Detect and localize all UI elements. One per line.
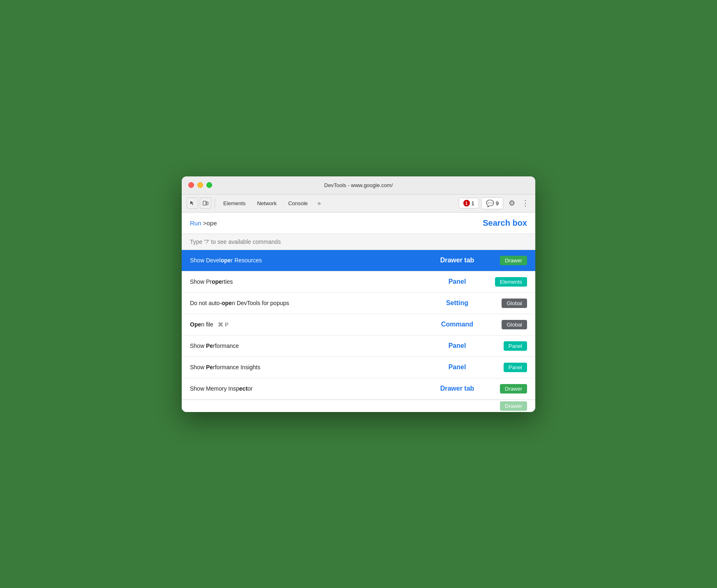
highlight-1: ope (221, 257, 231, 264)
more-dots-icon: ⋮ (522, 199, 529, 208)
row-type-7: Drawer tab (420, 385, 494, 392)
badge-elements-2: Elements (495, 277, 527, 287)
inspect-element-button[interactable] (187, 197, 198, 209)
row-name-6: Show Performance Insights (190, 364, 420, 370)
row-name-3: Do not auto-open DevTools for popups (190, 300, 420, 306)
shortcut-4: ⌘ P (217, 322, 229, 328)
close-button[interactable] (188, 182, 194, 188)
row-name-1: Show Developer Resources (190, 257, 420, 264)
highlight-3: ope (222, 300, 232, 306)
badge-drawer-7: Drawer (500, 384, 527, 394)
highlight-6: Pe (206, 364, 213, 370)
search-box-label: Search box (483, 218, 527, 228)
settings-button[interactable]: ⚙ (506, 197, 518, 209)
row-name-2: Show Properties (190, 278, 420, 285)
row-name-7: Show Memory Inspector (190, 385, 420, 392)
result-row-open-file[interactable]: Open file ⌘ P Command Global (182, 314, 535, 336)
minimize-button[interactable] (197, 182, 203, 188)
query-text: ope (206, 220, 217, 227)
row-type-2: Panel (420, 278, 494, 285)
command-query: Run >ope (190, 220, 217, 227)
svg-rect-1 (206, 202, 208, 205)
row-type-4: Command (420, 321, 494, 328)
row-type-5: Panel (420, 342, 494, 350)
svg-rect-0 (203, 201, 206, 205)
row-badge-2: Elements (494, 277, 527, 287)
row-name-5: Show Performance (190, 343, 420, 349)
device-toolbar-button[interactable] (200, 197, 211, 209)
maximize-button[interactable] (206, 182, 212, 188)
badge-drawer-1: Drawer (500, 256, 527, 265)
row-badge-partial: Drawer (494, 401, 527, 411)
run-label: Run (190, 220, 201, 227)
result-row-do-not-auto-open[interactable]: Do not auto-open DevTools for popups Set… (182, 293, 535, 314)
tab-network[interactable]: Network (252, 199, 282, 208)
badge-global-3: Global (502, 299, 527, 308)
row-badge-5: Panel (494, 341, 527, 351)
tab-console[interactable]: Console (283, 199, 313, 208)
result-row-show-developer-resources[interactable]: Show Developer Resources Drawer tab Draw… (182, 250, 535, 271)
tab-elements[interactable]: Elements (218, 199, 250, 208)
highlight-2: ope (212, 278, 222, 285)
badge-drawer-partial: Drawer (500, 401, 527, 411)
command-palette-header: Run >ope Search box (182, 213, 535, 234)
devtools-window: DevTools - www.google.com/ Elements Netw… (182, 176, 535, 412)
message-count-button[interactable]: 💬 9 (481, 197, 503, 209)
message-count-label: 9 (496, 200, 499, 206)
result-row-show-performance-insights[interactable]: Show Performance Insights Panel Panel (182, 357, 535, 378)
result-row-show-memory-inspector[interactable]: Show Memory Inspector Drawer tab Drawer (182, 378, 535, 400)
highlight-5: Pe (206, 343, 213, 349)
badge-global-4: Global (502, 320, 527, 329)
toolbar: Elements Network Console » 1 1 💬 9 ⚙ ⋮ (182, 194, 535, 213)
search-area (182, 234, 535, 250)
result-row-show-performance[interactable]: Show Performance Panel Panel (182, 336, 535, 357)
highlight-7: ect (239, 385, 247, 392)
window-title: DevTools - www.google.com/ (324, 182, 393, 188)
cursor-icon (190, 200, 195, 206)
highlight-4: Ope (190, 321, 201, 328)
row-name-4: Open file ⌘ P (190, 321, 420, 328)
error-count-label: 1 (472, 200, 474, 206)
row-type-6: Panel (420, 363, 494, 371)
message-icon: 💬 (486, 199, 494, 207)
badge-panel-6: Panel (504, 363, 527, 372)
results-list: Show Developer Resources Drawer tab Draw… (182, 250, 535, 412)
row-badge-1: Drawer (494, 256, 527, 265)
toolbar-right: 1 1 💬 9 ⚙ ⋮ (459, 197, 530, 209)
row-badge-3: Global (494, 299, 527, 308)
more-options-button[interactable]: ⋮ (520, 197, 530, 209)
error-count-button[interactable]: 1 1 (459, 198, 479, 208)
error-badge: 1 (463, 200, 470, 206)
gear-icon: ⚙ (509, 199, 515, 208)
more-tabs-button[interactable]: » (315, 198, 324, 208)
toolbar-divider-1 (215, 198, 215, 208)
traffic-lights (188, 182, 212, 188)
row-type-1: Drawer tab (420, 257, 494, 264)
row-badge-7: Drawer (494, 384, 527, 394)
device-icon (203, 200, 208, 206)
row-badge-6: Panel (494, 363, 527, 372)
command-search-input[interactable] (190, 238, 527, 245)
result-row-partial[interactable]: Drawer (182, 400, 535, 412)
badge-panel-5: Panel (504, 341, 527, 351)
row-type-3: Setting (420, 299, 494, 307)
row-badge-4: Global (494, 320, 527, 329)
result-row-show-properties[interactable]: Show Properties Panel Elements (182, 271, 535, 293)
title-bar: DevTools - www.google.com/ (182, 176, 535, 194)
